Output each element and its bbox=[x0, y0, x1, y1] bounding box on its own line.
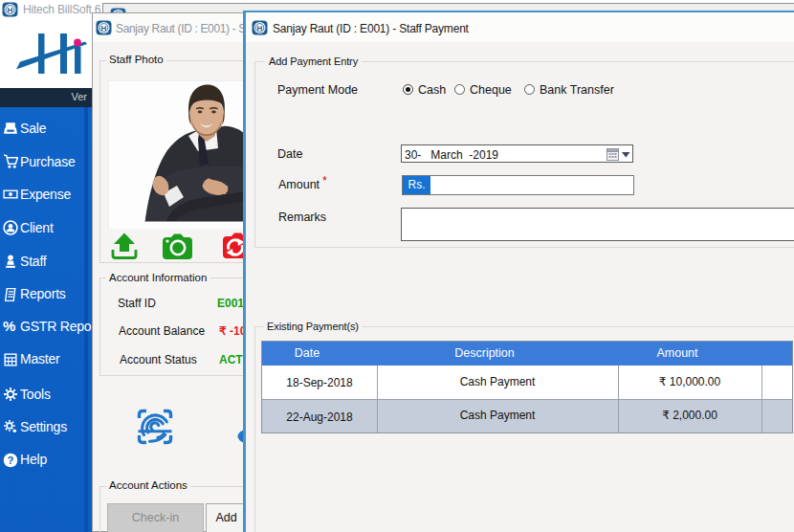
svg-text:%: % bbox=[3, 319, 15, 334]
svg-text:H: H bbox=[101, 24, 107, 33]
svg-text:?: ? bbox=[8, 454, 14, 466]
svg-text:H: H bbox=[257, 24, 263, 33]
svg-text:H: H bbox=[8, 6, 13, 14]
